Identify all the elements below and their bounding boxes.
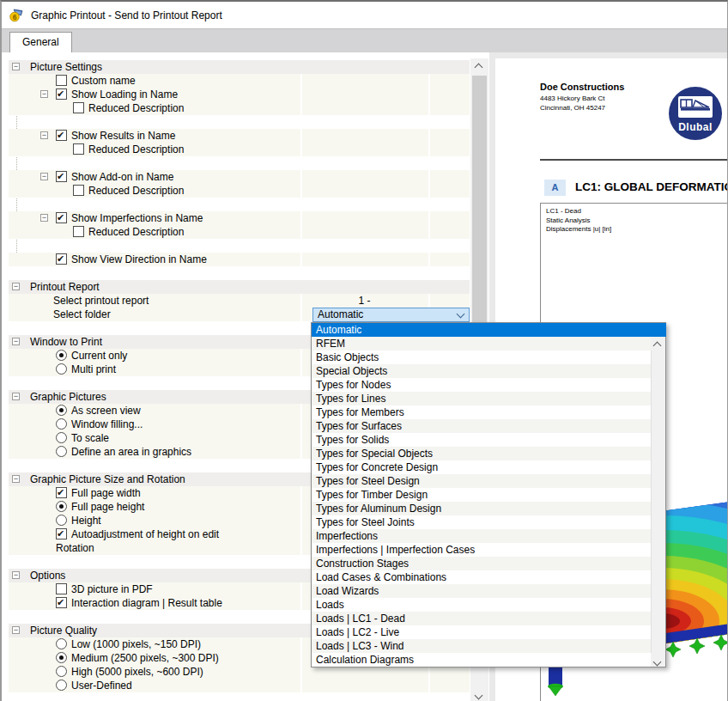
checkbox-custom-name[interactable] <box>56 75 67 86</box>
dropdown-scroll-down-button[interactable] <box>651 653 665 667</box>
dropdown-scrollbar[interactable] <box>651 337 665 667</box>
checkbox-reduced-description[interactable] <box>73 185 84 196</box>
checkbox-reduced-description[interactable] <box>73 143 84 155</box>
collapse-icon[interactable]: − <box>40 90 48 98</box>
dropdown-option-types-for-timber-design[interactable]: Types for Timber Design <box>312 488 652 502</box>
dropdown-option-loads-lc2-live[interactable]: Loads | LC2 - Live <box>312 625 652 639</box>
label-full-page-height: Full page height <box>71 500 144 514</box>
dropdown-option-types-for-aluminum-design[interactable]: Types for Aluminum Design <box>312 502 652 515</box>
radio-current-only[interactable] <box>56 350 67 361</box>
collapse-icon[interactable]: − <box>40 214 48 222</box>
dropdown-option-types-for-solids[interactable]: Types for Solids <box>312 433 652 447</box>
collapse-icon[interactable]: − <box>12 626 20 634</box>
row-show-add-on-in-name[interactable]: −Show Add-on in Name <box>9 170 470 184</box>
collapse-icon[interactable]: − <box>40 131 48 139</box>
collapse-icon[interactable]: − <box>12 63 20 70</box>
dropdown-option-types-for-concrete-design[interactable]: Types for Concrete Design <box>312 460 652 474</box>
label-medium-2500-pixels-300-dpi: Medium (2500 pixels, ~300 DPI) <box>71 651 219 665</box>
dropdown-option-imperfections[interactable]: Imperfections <box>312 529 652 543</box>
dropdown-option-rfem[interactable]: RFEM <box>312 337 652 350</box>
dropdown-option-types-for-lines[interactable]: Types for Lines <box>312 392 652 405</box>
row-show-imperfections-in-name[interactable]: −Show Imperfections in Name <box>9 211 470 225</box>
checkbox-reduced-description[interactable] <box>73 102 84 113</box>
row-custom-name[interactable]: Custom name <box>9 74 470 88</box>
chapter-badge: A <box>544 180 566 196</box>
dropdown-option-automatic[interactable]: Automatic <box>312 323 666 337</box>
section-picture-settings: −Picture SettingsCustom name−Show Loadin… <box>9 60 470 266</box>
row-reduced-description[interactable]: Reduced Description <box>9 143 470 156</box>
dropdown-option-load-cases-combinations[interactable]: Load Cases & Combinations <box>312 570 652 584</box>
dropdown-option-types-for-steel-joints[interactable]: Types for Steel Joints <box>312 515 652 529</box>
label-show-loading-in-name: Show Loading in Name <box>71 88 178 101</box>
row-show-loading-in-name[interactable]: −Show Loading in Name <box>9 88 470 101</box>
dropdown-option-types-for-special-objects[interactable]: Types for Special Objects <box>312 447 652 460</box>
dropdown-option-calculation-diagrams[interactable]: Calculation Diagrams <box>312 653 652 667</box>
checkbox-full-page-width[interactable] <box>56 487 67 498</box>
row-show-results-in-name[interactable]: −Show Results in Name <box>9 129 470 143</box>
radio-window-filling[interactable] <box>56 418 67 430</box>
dropdown-option-loads-lc3-wind[interactable]: Loads | LC3 - Wind <box>312 639 652 653</box>
collapse-icon[interactable]: − <box>12 393 20 400</box>
section-title: Picture Quality <box>30 624 97 637</box>
row-show-view-direction-in-name[interactable]: Show View Direction in Name <box>9 253 470 266</box>
collapse-icon[interactable]: − <box>12 571 20 579</box>
dropdown-option-types-for-steel-design[interactable]: Types for Steel Design <box>312 474 652 488</box>
label-select-folder: Select folder <box>53 308 111 321</box>
row-user-defined[interactable]: User-Defined <box>9 679 470 692</box>
dropdown-option-imperfections-imperfection-cases[interactable]: Imperfections | Imperfection Cases <box>312 543 652 557</box>
section-header-picture-settings[interactable]: −Picture Settings <box>9 60 470 74</box>
collapse-icon[interactable]: − <box>40 173 48 180</box>
radio-height[interactable] <box>56 515 67 526</box>
radio-multi-print[interactable] <box>56 363 67 375</box>
checkbox-show-results-in-name[interactable] <box>56 130 67 141</box>
collapse-icon[interactable]: − <box>12 283 20 290</box>
radio-full-page-height[interactable] <box>56 501 67 512</box>
label-full-page-width: Full page width <box>71 486 141 500</box>
tab-general[interactable]: General <box>9 32 72 52</box>
checkbox-interaction-diagram-result-table[interactable] <box>56 597 67 608</box>
dropdown-option-load-wizards[interactable]: Load Wizards <box>312 584 652 598</box>
dropdown-scroll-up-button[interactable] <box>651 337 665 350</box>
dlubal-logo: Dlubal <box>669 87 722 140</box>
collapse-icon[interactable]: − <box>12 475 20 483</box>
row-reduced-description[interactable]: Reduced Description <box>9 184 470 198</box>
radio-high-5000-pixels-600-dpi[interactable] <box>56 666 67 677</box>
checkbox-3d-picture-in-pdf[interactable] <box>56 583 67 594</box>
dropdown-option-types-for-members[interactable]: Types for Members <box>312 405 652 419</box>
label-show-add-on-in-name: Show Add-on in Name <box>71 170 173 184</box>
folder-dropdown-list: AutomaticRFEMBasic ObjectsSpecial Object… <box>311 322 666 667</box>
radio-define-an-area-in-graphics[interactable] <box>56 446 67 457</box>
label-show-results-in-name: Show Results in Name <box>71 129 175 143</box>
checkbox-show-view-direction-in-name[interactable] <box>56 253 67 265</box>
row-reduced-description[interactable]: Reduced Description <box>9 101 470 115</box>
scroll-down-button[interactable] <box>470 686 488 701</box>
dropdown-option-construction-stages[interactable]: Construction Stages <box>312 557 652 570</box>
section-header-printout-report[interactable]: −Printout Report <box>9 280 470 294</box>
dropdown-option-types-for-surfaces[interactable]: Types for Surfaces <box>312 419 652 433</box>
checkbox-reduced-description[interactable] <box>73 226 84 237</box>
chevron-up-icon <box>653 342 662 350</box>
dropdown-option-special-objects[interactable]: Special Objects <box>312 364 652 378</box>
label-custom-name: Custom name <box>71 74 136 88</box>
radio-as-screen-view[interactable] <box>56 405 67 416</box>
dropdown-option-loads[interactable]: Loads <box>312 598 652 612</box>
radio-to-scale[interactable] <box>56 432 67 443</box>
dropdown-option-loads-lc1-dead[interactable]: Loads | LC1 - Dead <box>312 612 652 625</box>
checkbox-autoadjustment-of-height-on-edit[interactable] <box>56 528 67 539</box>
checkbox-show-imperfections-in-name[interactable] <box>56 212 67 223</box>
row-select-printout-report[interactable]: Select printout report1 - <box>9 294 470 308</box>
value-select-printout-report[interactable]: 1 - <box>302 294 427 308</box>
title-bar: 6 Graphic Printout - Send to Printout Re… <box>2 2 727 28</box>
collapse-icon[interactable]: − <box>12 338 20 345</box>
checkbox-show-add-on-in-name[interactable] <box>56 171 67 182</box>
checkbox-show-loading-in-name[interactable] <box>56 88 67 100</box>
dropdown-option-types-for-nodes[interactable]: Types for Nodes <box>312 378 652 392</box>
radio-low-1000-pixels-150-dpi[interactable] <box>56 638 67 649</box>
scroll-up-button[interactable] <box>470 58 488 73</box>
dropdown-option-basic-objects[interactable]: Basic Objects <box>312 350 652 364</box>
radio-medium-2500-pixels-300-dpi[interactable] <box>56 652 67 663</box>
select-folder-combobox[interactable]: Automatic <box>312 308 470 322</box>
radio-user-defined[interactable] <box>56 680 67 691</box>
graphic-caption: LC1 - Dead Static Analysis Displacements… <box>546 207 611 235</box>
row-reduced-description[interactable]: Reduced Description <box>9 225 470 239</box>
